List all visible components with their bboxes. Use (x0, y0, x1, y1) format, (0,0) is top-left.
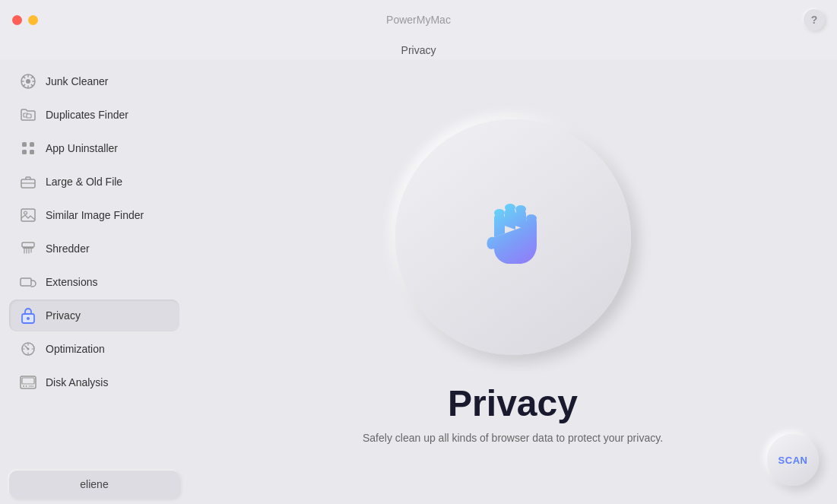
svg-rect-5 (30, 142, 34, 147)
main-layout: Junk Cleaner Duplicates Finder (0, 59, 837, 504)
sidebar-item-junk-cleaner-label: Junk Cleaner (46, 75, 109, 87)
sidebar-item-shredder-label: Shredder (46, 242, 90, 255)
optimization-icon (20, 341, 36, 357)
sidebar-item-similar-image-finder-label: Similar Image Finder (46, 209, 144, 221)
briefcase-icon (20, 173, 36, 190)
sidebar-item-similar-image-finder[interactable]: Similar Image Finder (9, 199, 179, 231)
sidebar-item-disk-analysis[interactable]: Disk Analysis (9, 366, 179, 398)
privacy-hand-icon (468, 192, 559, 283)
svg-rect-3 (27, 114, 31, 118)
minimize-button[interactable] (28, 15, 38, 25)
feature-title: Privacy (448, 382, 578, 424)
sidebar-item-large-old-file[interactable]: Large & Old File (9, 166, 179, 198)
sidebar-item-privacy[interactable]: Privacy (9, 300, 179, 331)
svg-rect-6 (22, 150, 27, 154)
svg-point-22 (26, 385, 27, 387)
page-title: Privacy (0, 40, 837, 59)
sidebar-item-extensions[interactable]: Extensions (9, 266, 179, 298)
svg-point-16 (27, 317, 30, 320)
svg-point-11 (24, 211, 27, 214)
user-button[interactable]: eliene (9, 471, 179, 498)
svg-point-26 (515, 205, 526, 213)
svg-point-1 (26, 79, 30, 84)
sidebar-item-junk-cleaner[interactable]: Junk Cleaner (9, 65, 179, 97)
scan-button[interactable]: SCAN (767, 434, 819, 486)
svg-rect-4 (22, 142, 27, 147)
sidebar-item-app-uninstaller-label: App Uninstaller (46, 142, 118, 154)
traffic-lights (12, 15, 38, 25)
disk-icon (20, 374, 36, 391)
lock-icon (20, 307, 36, 324)
help-button[interactable]: ? (804, 9, 825, 30)
sidebar-item-shredder[interactable]: Shredder (9, 233, 179, 265)
shredder-icon (20, 240, 36, 257)
sidebar-item-disk-analysis-label: Disk Analysis (46, 376, 108, 388)
svg-point-18 (27, 348, 30, 350)
svg-rect-7 (30, 150, 34, 154)
svg-point-27 (526, 214, 537, 222)
sidebar-item-duplicates-finder[interactable]: Duplicates Finder (9, 99, 179, 131)
gear-circle-icon (20, 73, 36, 90)
svg-point-21 (23, 385, 24, 387)
svg-rect-12 (22, 242, 34, 247)
app-title: PowerMyMac (386, 14, 451, 26)
sidebar-footer: eliene (9, 464, 179, 498)
svg-rect-10 (21, 209, 35, 221)
svg-point-25 (505, 204, 515, 211)
image-icon (20, 207, 36, 223)
content-area: Privacy Safely clean up all kinds of bro… (189, 59, 837, 504)
extension-icon (20, 274, 36, 290)
sidebar-item-privacy-label: Privacy (46, 309, 81, 322)
feature-icon-circle (395, 119, 631, 355)
svg-rect-20 (22, 378, 34, 384)
app-grid-icon (20, 140, 36, 157)
feature-desc: Safely clean up all kinds of browser dat… (363, 432, 663, 444)
sidebar-item-optimization[interactable]: Optimization (9, 333, 179, 365)
sidebar: Junk Cleaner Duplicates Finder (0, 59, 189, 504)
folder-icon (20, 106, 36, 123)
close-button[interactable] (12, 15, 22, 25)
titlebar: PowerMyMac ? (0, 0, 837, 40)
sidebar-item-duplicates-finder-label: Duplicates Finder (46, 109, 128, 121)
sidebar-item-optimization-label: Optimization (46, 343, 105, 355)
sidebar-item-app-uninstaller[interactable]: App Uninstaller (9, 132, 179, 164)
sidebar-item-large-old-file-label: Large & Old File (46, 176, 122, 188)
svg-point-24 (494, 209, 505, 217)
sidebar-item-extensions-label: Extensions (46, 276, 97, 288)
svg-rect-14 (21, 278, 31, 286)
